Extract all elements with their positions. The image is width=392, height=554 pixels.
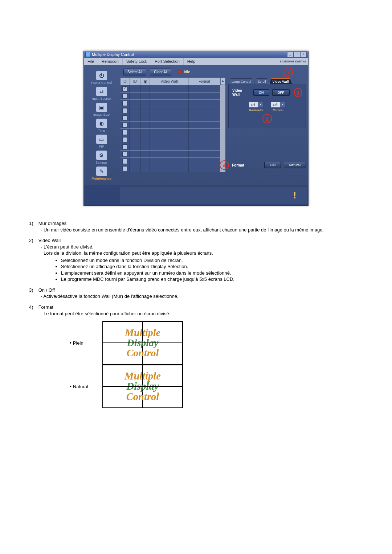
row-checkbox[interactable]: [122, 166, 127, 171]
item-title: On / Off: [38, 287, 55, 293]
row-checkbox[interactable]: [122, 108, 127, 113]
item-title: Format: [38, 304, 53, 310]
row-checkbox[interactable]: [122, 144, 127, 149]
status-dot-icon: [178, 70, 182, 74]
table-row[interactable]: [121, 157, 220, 165]
format-examples: Plein Multiple Display Control Natural: [70, 321, 183, 408]
sidebar-item-maintenance[interactable]: ✎ Maintenance: [84, 166, 119, 182]
video-wall-label: Video Wall: [232, 89, 248, 97]
thumb-line: Display: [127, 381, 159, 392]
grid-scrollbar[interactable]: ▲: [220, 78, 225, 172]
gear-icon: ⚙: [96, 151, 107, 160]
bullet: Sélectionnez un affichage dans la foncti…: [61, 263, 363, 270]
tab-lamp-control[interactable]: Lamp Control: [228, 78, 254, 84]
vertical-select[interactable]: Off ▾: [271, 102, 286, 108]
horizontal-value: Off: [249, 103, 258, 107]
callout-3: 3: [294, 88, 302, 97]
table-row[interactable]: [121, 114, 220, 121]
format-panel: 4 Format Full Natural: [220, 160, 306, 170]
format-natural-label: Natural: [70, 365, 102, 408]
row-checkbox[interactable]: [122, 86, 127, 91]
row-checkbox[interactable]: [122, 101, 127, 106]
row-checkbox[interactable]: [122, 159, 127, 164]
row-checkbox[interactable]: [122, 130, 127, 135]
status-bar: !: [120, 186, 307, 204]
row-checkbox[interactable]: [122, 152, 127, 157]
table-row[interactable]: [121, 99, 220, 107]
idle-indicator: Idle: [178, 70, 190, 74]
sidebar-item-input-source[interactable]: ⇄ Input Source: [84, 86, 119, 102]
vertical-value: Off: [271, 103, 280, 107]
app-window: Multiple Display Control _ □ × File Remo…: [83, 51, 309, 206]
horizontal-label: Horizontal: [249, 108, 263, 112]
sidebar-item-time[interactable]: ◐ Time: [84, 118, 119, 134]
table-row[interactable]: [121, 107, 220, 114]
chevron-down-icon[interactable]: ▾: [258, 102, 263, 107]
sidebar: ⏻ Power Control ⇄ Input Source ▣ Image S…: [84, 65, 119, 185]
idle-label: Idle: [184, 70, 190, 74]
menu-file[interactable]: File: [84, 58, 98, 65]
table-row[interactable]: [121, 121, 220, 128]
sidebar-label: Image Size: [93, 113, 110, 116]
toolbar: Select All Clear All Idle: [119, 65, 308, 78]
row-checkbox[interactable]: [122, 123, 127, 128]
table-row[interactable]: [121, 85, 220, 92]
menu-help[interactable]: Help: [184, 58, 200, 65]
input-source-icon: ⇄: [96, 87, 107, 96]
maximize-button[interactable]: □: [294, 52, 300, 57]
pip-icon: ▭: [96, 135, 107, 144]
sidebar-label: Input Source: [92, 97, 111, 100]
col-status: ▣: [141, 78, 150, 85]
thumb-line: Control: [127, 348, 159, 358]
sidebar-label: Time: [98, 129, 105, 132]
sidebar-item-pip[interactable]: ▭ PIP: [84, 134, 119, 150]
brand-label: SAMSUNG DIGITall: [277, 60, 308, 63]
scroll-up-icon[interactable]: ▲: [220, 78, 225, 85]
table-row[interactable]: [121, 136, 220, 143]
table-row[interactable]: [121, 92, 220, 99]
table-row[interactable]: [121, 150, 220, 157]
col-check[interactable]: ☑: [121, 78, 130, 85]
video-wall-on-button[interactable]: ON: [253, 89, 269, 96]
sidebar-item-image-size[interactable]: ▣ Image Size: [84, 102, 119, 118]
chevron-down-icon[interactable]: ▾: [280, 102, 285, 107]
item-number: 1): [29, 220, 37, 227]
menu-port-selection[interactable]: Port Selection: [151, 58, 183, 65]
bullet: Sélectionnez un mode dans la fonction Di…: [61, 257, 363, 264]
format-natural-thumb: Multiple Display Control: [102, 365, 183, 408]
image-size-icon: ▣: [96, 103, 107, 112]
table-row[interactable]: [121, 143, 220, 150]
item-number: 4): [29, 304, 37, 311]
thumb-line: Control: [126, 391, 159, 402]
table-row[interactable]: [121, 128, 220, 136]
menu-remocon[interactable]: Remocon: [98, 58, 123, 65]
item-number: 3): [29, 287, 37, 294]
horizontal-select[interactable]: Off ▾: [249, 102, 264, 108]
tab-scroll[interactable]: Scroll: [254, 78, 269, 84]
table-row[interactable]: [121, 165, 220, 172]
row-checkbox[interactable]: [122, 137, 127, 142]
item-line: - Active/désactive la fonction Wall (Mur…: [29, 293, 363, 300]
format-natural-button[interactable]: Natural: [284, 162, 306, 168]
item-line: - L'écran peut être divisé.: [29, 244, 363, 250]
sidebar-item-power-control[interactable]: ⏻ Power Control: [84, 70, 119, 86]
close-button[interactable]: ×: [300, 52, 307, 57]
bullet: L'emplacement sera défini en appuyant su…: [61, 270, 363, 276]
tab-video-wall[interactable]: Video Wall: [269, 78, 292, 84]
vertical-label: Vertical: [273, 108, 283, 112]
sidebar-item-settings[interactable]: ⚙ Settings: [84, 150, 119, 166]
video-wall-panel: Video Wall ON OFF 3 Off ▾: [228, 84, 306, 128]
row-checkbox[interactable]: [122, 94, 127, 99]
item-line: - Un mur vidéo consiste en un ensemble d…: [29, 227, 363, 233]
clear-all-button[interactable]: Clear All: [150, 69, 171, 75]
minimize-button[interactable]: _: [287, 52, 294, 57]
select-all-button[interactable]: Select All: [123, 69, 146, 75]
thumb-line: Display: [127, 338, 158, 348]
item-line: - Le format peut être sélectionné pour a…: [29, 311, 363, 317]
app-title: Multiple Display Control: [92, 52, 134, 57]
row-checkbox[interactable]: [122, 115, 127, 120]
scroll-track[interactable]: [220, 85, 225, 172]
menu-safety-lock[interactable]: Safety Lock: [123, 58, 151, 65]
format-full-button[interactable]: Full: [264, 162, 281, 168]
video-wall-off-button[interactable]: OFF: [272, 89, 290, 96]
